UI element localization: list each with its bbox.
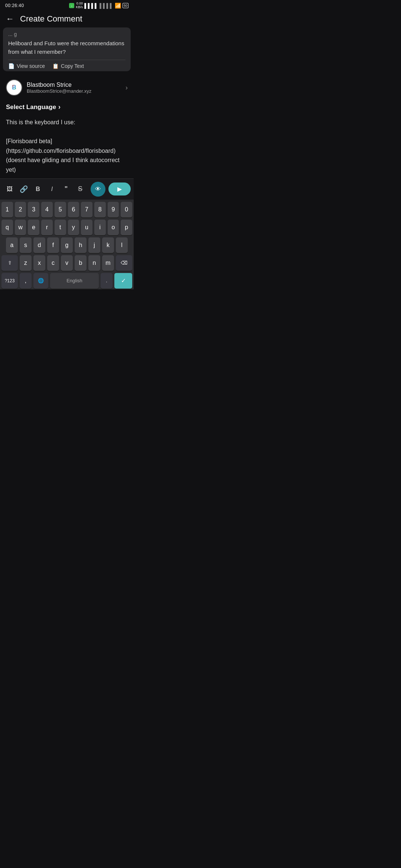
space-key[interactable]: English bbox=[50, 273, 99, 289]
num-key[interactable]: ?123 bbox=[1, 273, 18, 289]
key-6[interactable]: 6 bbox=[68, 202, 79, 217]
action-key[interactable]: ✓ bbox=[114, 273, 132, 289]
key-i[interactable]: i bbox=[94, 220, 106, 235]
account-row[interactable]: B Blastboom Strice BlastboomStrice@mande… bbox=[0, 75, 134, 100]
send-icon: ▶ bbox=[117, 185, 122, 193]
avatar-letter: B bbox=[12, 84, 16, 91]
key-3[interactable]: 3 bbox=[28, 202, 39, 217]
chevron-right-icon: › bbox=[125, 84, 128, 92]
key-t[interactable]: t bbox=[55, 220, 66, 235]
globe-key[interactable]: 🌐 bbox=[33, 273, 48, 289]
view-source-label: View source bbox=[17, 63, 45, 69]
key-y[interactable]: y bbox=[68, 220, 79, 235]
image-button[interactable]: 🖼 bbox=[3, 183, 16, 196]
key-m[interactable]: m bbox=[102, 255, 114, 271]
page-title: Create Comment bbox=[20, 14, 82, 24]
key-q[interactable]: q bbox=[1, 220, 13, 235]
status-time: 00:26:40 bbox=[5, 3, 24, 8]
comment-card: ... g Heliboard and Futo were the recomm… bbox=[3, 27, 131, 71]
bold-button[interactable]: B bbox=[31, 183, 45, 196]
copy-text-button[interactable]: 📋 Copy Text bbox=[52, 63, 84, 69]
bold-icon: B bbox=[36, 186, 40, 193]
select-language-label: Select Language bbox=[6, 103, 56, 111]
link-button[interactable]: 🔗 bbox=[17, 183, 30, 196]
signal2-icon: ▌▌▌▌ bbox=[100, 3, 113, 9]
key-g[interactable]: g bbox=[61, 237, 73, 253]
account-details: Blastboom Strice BlastboomStrice@mander.… bbox=[27, 82, 91, 94]
link-icon: 🔗 bbox=[20, 185, 28, 193]
key-p[interactable]: p bbox=[121, 220, 132, 235]
key-4[interactable]: 4 bbox=[41, 202, 53, 217]
key-7[interactable]: 7 bbox=[81, 202, 92, 217]
key-k[interactable]: k bbox=[102, 237, 114, 253]
signal-icon: ▌▌▌▌ bbox=[84, 3, 98, 9]
copy-text-label: Copy Text bbox=[61, 63, 84, 69]
key-h[interactable]: h bbox=[75, 237, 87, 253]
view-source-button[interactable]: 📄 View source bbox=[8, 63, 45, 69]
key-w[interactable]: w bbox=[15, 220, 26, 235]
key-1[interactable]: 1 bbox=[1, 202, 13, 217]
key-0[interactable]: 0 bbox=[121, 202, 132, 217]
key-n[interactable]: n bbox=[88, 255, 100, 271]
delete-key[interactable]: ⌫ bbox=[116, 255, 132, 271]
download-icon: ↓ bbox=[69, 3, 74, 8]
comment-body: Heliboard and Futo were the recommendati… bbox=[8, 39, 125, 56]
wifi-icon: 📶 bbox=[115, 3, 121, 9]
shift-key[interactable]: ⇧ bbox=[1, 255, 18, 271]
key-d[interactable]: d bbox=[33, 237, 45, 253]
key-2[interactable]: 2 bbox=[15, 202, 26, 217]
keyboard-row-bottom: ?123 , 🌐 English . ✓ bbox=[0, 273, 134, 289]
back-button[interactable]: ← bbox=[6, 14, 14, 24]
preview-button[interactable]: 👁 bbox=[91, 182, 105, 197]
send-button[interactable]: ▶ bbox=[108, 183, 131, 195]
app-header: ← Create Comment bbox=[0, 10, 134, 27]
comment-overflow: ... g bbox=[8, 31, 125, 37]
comment-actions: 📄 View source 📋 Copy Text bbox=[8, 60, 125, 69]
quote-icon: " bbox=[65, 185, 68, 193]
account-handle: BlastboomStrice@mander.xyz bbox=[27, 88, 91, 94]
avatar: B bbox=[6, 79, 22, 96]
compose-text: This is the keyboard I use: [Florisboard… bbox=[6, 118, 128, 175]
italic-icon: I bbox=[51, 186, 53, 193]
toolbar: 🖼 🔗 B I " S 👁 ▶ bbox=[0, 178, 134, 200]
key-l[interactable]: l bbox=[116, 237, 128, 253]
account-info: B Blastboom Strice BlastboomStrice@mande… bbox=[6, 79, 91, 96]
key-v[interactable]: v bbox=[61, 255, 73, 271]
comma-key[interactable]: , bbox=[20, 273, 32, 289]
key-u[interactable]: u bbox=[81, 220, 92, 235]
period-key[interactable]: . bbox=[101, 273, 113, 289]
status-bar: 00:26:40 ↓ 0.00KB/s ▌▌▌▌ ▌▌▌▌ 📶 50 bbox=[0, 0, 134, 10]
key-c[interactable]: c bbox=[47, 255, 59, 271]
view-source-icon: 📄 bbox=[8, 63, 14, 69]
strikethrough-icon: S bbox=[78, 185, 82, 193]
keyboard-row-asdf: a s d f g h j k l bbox=[0, 237, 134, 253]
compose-area[interactable]: This is the keyboard I use: [Florisboard… bbox=[0, 116, 134, 178]
keyboard-row-qwerty: q w e r t y u i o p bbox=[0, 220, 134, 235]
key-8[interactable]: 8 bbox=[94, 202, 106, 217]
keyboard: 1 2 3 4 5 6 7 8 9 0 q w e r t y u i o p … bbox=[0, 200, 134, 289]
quote-button[interactable]: " bbox=[59, 183, 73, 196]
key-e[interactable]: e bbox=[28, 220, 39, 235]
key-b[interactable]: b bbox=[75, 255, 87, 271]
key-r[interactable]: r bbox=[41, 220, 53, 235]
key-a[interactable]: a bbox=[6, 237, 18, 253]
key-f[interactable]: f bbox=[47, 237, 59, 253]
battery-icon: 50 bbox=[123, 3, 128, 8]
keyboard-row-zxcv: ⇧ z x c v b n m ⌫ bbox=[0, 255, 134, 271]
key-9[interactable]: 9 bbox=[108, 202, 119, 217]
select-language-chevron: › bbox=[58, 103, 61, 111]
key-o[interactable]: o bbox=[108, 220, 119, 235]
keyboard-row-numbers: 1 2 3 4 5 6 7 8 9 0 bbox=[0, 202, 134, 217]
key-s[interactable]: s bbox=[20, 237, 32, 253]
select-language-button[interactable]: Select Language › bbox=[0, 100, 134, 116]
eye-icon: 👁 bbox=[95, 186, 101, 193]
key-z[interactable]: z bbox=[20, 255, 32, 271]
key-5[interactable]: 5 bbox=[55, 202, 66, 217]
strikethrough-button[interactable]: S bbox=[74, 183, 87, 196]
account-name: Blastboom Strice bbox=[27, 82, 91, 88]
copy-icon: 📋 bbox=[52, 63, 59, 69]
key-x[interactable]: x bbox=[33, 255, 45, 271]
key-j[interactable]: j bbox=[88, 237, 100, 253]
network-speed: 0.00KB/s bbox=[76, 2, 83, 9]
italic-button[interactable]: I bbox=[45, 183, 59, 196]
